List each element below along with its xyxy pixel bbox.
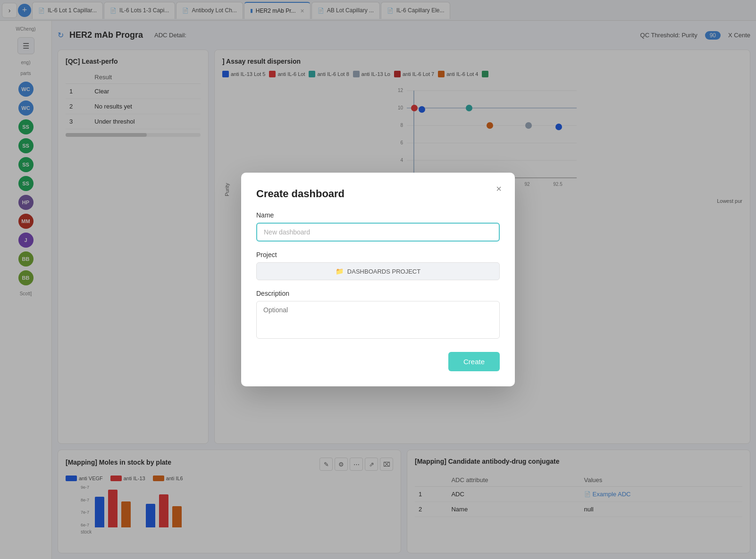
project-selector[interactable]: 📁 DASHBOARDS PROJECT [256,262,500,280]
name-label: Name [256,211,500,219]
folder-icon: 📁 [336,267,344,275]
description-label: Description [256,290,500,297]
create-dashboard-modal: × Create dashboard Name Project 📁 DASHBO… [241,173,515,386]
modal-overlay[interactable]: × Create dashboard Name Project 📁 DASHBO… [0,0,756,559]
modal-footer: Create [256,352,500,371]
description-field-group: Description [256,290,500,341]
create-button[interactable]: Create [448,352,500,371]
description-textarea[interactable] [256,301,500,339]
project-field-group: Project 📁 DASHBOARDS PROJECT [256,251,500,280]
modal-title: Create dashboard [256,188,500,200]
project-label: Project [256,251,500,259]
name-input[interactable] [256,223,500,242]
name-field-group: Name [256,211,500,242]
modal-close-button[interactable]: × [492,182,505,195]
project-value: DASHBOARDS PROJECT [347,268,420,275]
